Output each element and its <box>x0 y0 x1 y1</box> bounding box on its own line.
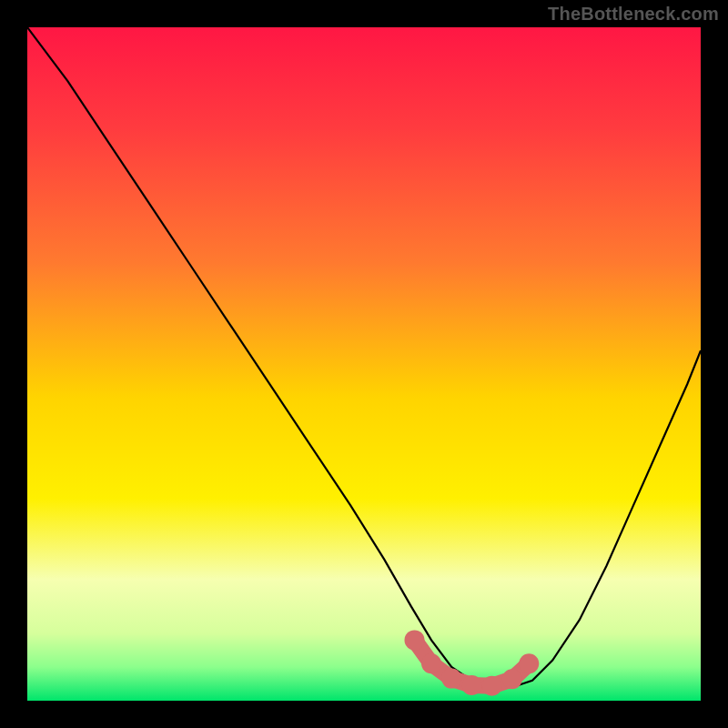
plot-area <box>27 27 701 701</box>
chart-stage: TheBottleneck.com <box>0 0 728 728</box>
sweet-spot-node <box>461 675 481 695</box>
chart-svg <box>27 27 701 701</box>
gradient-background <box>27 27 701 701</box>
sweet-spot-node <box>405 630 425 650</box>
sweet-spot-node <box>482 676 502 696</box>
sweet-spot-node <box>519 653 539 673</box>
sweet-spot-node <box>441 669 461 689</box>
sweet-spot-node <box>502 669 522 689</box>
sweet-spot-node <box>421 653 441 673</box>
watermark-text: TheBottleneck.com <box>548 4 719 25</box>
